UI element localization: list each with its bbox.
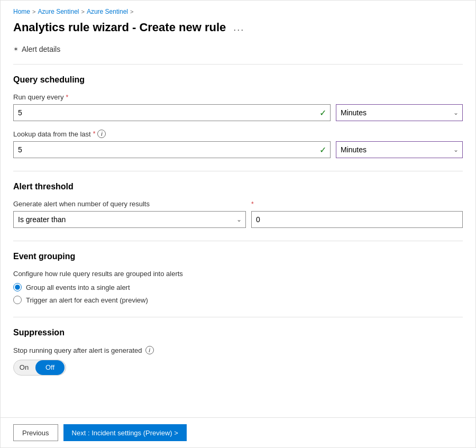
breadcrumb-sentinel-1[interactable]: Azure Sentinel	[38, 8, 79, 15]
collapse-chevron-icon: ✶	[13, 45, 19, 53]
run-query-unit-dropdown[interactable]: Minutes Hours Days ⌄	[336, 104, 463, 121]
footer-bar: Previous Next : Incident settings (Previ…	[1, 417, 475, 447]
suppression-label: Stop running query after alert is genera…	[13, 346, 463, 354]
suppression-section: Suppression Stop running query after ale…	[13, 328, 463, 376]
run-query-required: *	[66, 94, 68, 101]
suppression-title: Suppression	[13, 328, 463, 337]
alert-threshold-section: Alert threshold Generate alert when numb…	[13, 182, 463, 228]
run-query-label: Run query every *	[13, 93, 463, 101]
page-title: Analytics rule wizard - Create new rule	[13, 21, 226, 34]
run-query-input[interactable]	[13, 104, 331, 121]
alert-details-collapse[interactable]: ✶ Alert details	[13, 45, 463, 53]
threshold-controls-row: Is greater than Is less than Is equal to…	[13, 211, 463, 228]
alert-details-label: Alert details	[22, 45, 60, 53]
lookup-data-input-wrapper: ✓	[13, 141, 331, 158]
previous-button[interactable]: Previous	[13, 424, 58, 441]
event-grouping-title: Event grouping	[13, 252, 463, 261]
next-button[interactable]: Next : Incident settings (Preview) >	[63, 424, 187, 441]
threshold-condition-dropdown[interactable]: Is greater than Is less than Is equal to…	[13, 211, 246, 228]
breadcrumb-sep-2: >	[81, 8, 85, 15]
breadcrumb-sep-3: >	[130, 8, 133, 15]
run-query-unit-select[interactable]: Minutes Hours Days	[336, 104, 463, 121]
breadcrumb-sentinel-2[interactable]: Azure Sentinel	[87, 8, 128, 15]
divider-2	[13, 171, 463, 171]
radio-each-event-label: Trigger an alert for each event (preview…	[26, 296, 148, 304]
lookup-data-required: *	[93, 130, 96, 138]
divider-1	[13, 64, 463, 65]
breadcrumb-sep-1: >	[32, 8, 35, 15]
radio-single-alert-label: Group all events into a single alert	[26, 284, 130, 291]
lookup-data-unit-select[interactable]: Minutes Hours Days	[336, 141, 463, 158]
lookup-data-input[interactable]	[13, 141, 331, 158]
alert-threshold-title: Alert threshold	[13, 182, 463, 191]
query-scheduling-title: Query scheduling	[13, 75, 463, 85]
query-scheduling-section: Query scheduling Run query every * ✓ Min…	[13, 75, 463, 158]
divider-4	[13, 317, 463, 317]
page-title-row: Analytics rule wizard - Create new rule …	[13, 21, 463, 34]
threshold-condition-select[interactable]: Is greater than Is less than Is equal to…	[13, 211, 246, 228]
threshold-value-col	[251, 211, 463, 228]
breadcrumb: Home > Azure Sentinel > Azure Sentinel >	[13, 8, 463, 15]
toggle-off-label[interactable]: Off	[35, 360, 65, 375]
page-container: Home > Azure Sentinel > Azure Sentinel >…	[0, 0, 476, 448]
radio-single-alert[interactable]	[13, 283, 22, 291]
breadcrumb-home[interactable]: Home	[13, 8, 30, 15]
main-content: Home > Azure Sentinel > Azure Sentinel >…	[1, 1, 475, 417]
lookup-data-check-icon: ✓	[319, 145, 326, 155]
lookup-data-unit-dropdown[interactable]: Minutes Hours Days ⌄	[336, 141, 463, 158]
event-grouping-description: Configure how rule query results are gro…	[13, 270, 463, 278]
threshold-header-left: Generate alert when number of query resu…	[13, 200, 246, 208]
divider-3	[13, 241, 463, 241]
radio-option-single-alert[interactable]: Group all events into a single alert	[13, 283, 463, 291]
run-query-check-icon: ✓	[319, 108, 326, 118]
threshold-header-right: *	[251, 200, 463, 208]
event-grouping-section: Event grouping Configure how rule query …	[13, 252, 463, 304]
threshold-required-star: *	[251, 200, 254, 208]
suppression-toggle[interactable]: On Off	[13, 360, 66, 376]
lookup-data-label: Lookup data from the last * i	[13, 130, 463, 138]
lookup-data-row: ✓ Minutes Hours Days ⌄	[13, 141, 463, 158]
radio-each-event[interactable]	[13, 296, 22, 304]
threshold-header-row: Generate alert when number of query resu…	[13, 200, 463, 208]
toggle-on-label[interactable]: On	[14, 360, 34, 375]
threshold-value-input[interactable]	[251, 211, 463, 228]
radio-option-each-event[interactable]: Trigger an alert for each event (preview…	[13, 296, 463, 304]
lookup-data-info-icon[interactable]: i	[97, 130, 106, 138]
run-query-row: ✓ Minutes Hours Days ⌄	[13, 104, 463, 121]
run-query-input-wrapper: ✓	[13, 104, 331, 121]
ellipsis-button[interactable]: ...	[231, 22, 246, 33]
suppression-info-icon[interactable]: i	[145, 346, 154, 354]
